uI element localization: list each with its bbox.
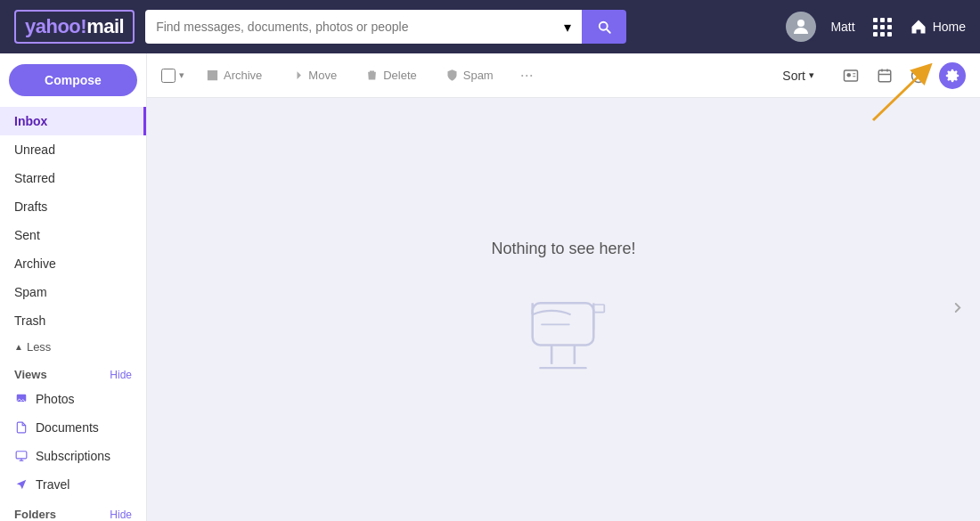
select-all-area: ▾: [161, 69, 184, 83]
svg-rect-14: [594, 305, 605, 313]
gear-icon: [945, 69, 960, 83]
folders-label: Folders: [14, 508, 56, 521]
search-button[interactable]: [582, 10, 626, 44]
empty-state: Nothing to see here!: [491, 240, 635, 379]
sort-button[interactable]: Sort ▾: [773, 65, 823, 86]
toolbar-icons-group: [837, 62, 966, 89]
photos-label: Photos: [36, 392, 75, 406]
delete-button[interactable]: Delete: [358, 65, 424, 85]
move-button[interactable]: Move: [283, 65, 344, 85]
less-toggle[interactable]: ▲ Less: [0, 335, 146, 359]
sidebar: Compose Inbox Unread Starred Drafts Sent…: [0, 53, 147, 521]
sidebar-item-spam[interactable]: Spam: [0, 278, 146, 306]
settings-icon-button[interactable]: [939, 62, 966, 89]
move-label: Move: [308, 69, 337, 82]
svg-rect-5: [845, 70, 858, 81]
sidebar-item-travel[interactable]: Travel: [0, 470, 146, 499]
avatar[interactable]: [786, 12, 816, 42]
chevron-down-icon[interactable]: ▾: [564, 19, 571, 36]
home-icon: [910, 18, 927, 36]
more-actions-button[interactable]: ···: [515, 64, 539, 86]
calendar-icon-button[interactable]: [871, 62, 898, 89]
archive-label: Archive: [14, 256, 56, 271]
select-all-checkbox[interactable]: [161, 69, 176, 83]
travel-icon: [14, 477, 29, 492]
help-icon: [911, 68, 927, 84]
sidebar-item-subscriptions[interactable]: Subscriptions: [0, 442, 146, 470]
archive-button[interactable]: Archive: [199, 65, 269, 85]
empty-state-message: Nothing to see here!: [491, 240, 635, 258]
help-icon-button[interactable]: [905, 62, 932, 89]
sidebar-item-unread[interactable]: Unread: [0, 135, 146, 164]
starred-label: Starred: [14, 171, 55, 185]
apps-grid-icon[interactable]: [870, 14, 895, 40]
svg-rect-2: [16, 452, 27, 459]
empty-mailbox-illustration: [510, 273, 617, 379]
header-right: Matt Home: [786, 12, 966, 42]
search-icon: [596, 19, 612, 35]
trash-label: Trash: [14, 313, 45, 328]
sort-chevron-icon: ▾: [809, 69, 814, 81]
sort-label: Sort: [782, 69, 805, 83]
toolbar: ▾ Archive Move Delete Spam ··· Sor: [147, 53, 980, 98]
move-icon: [290, 69, 304, 82]
less-label: Less: [27, 340, 51, 354]
documents-label: Documents: [36, 420, 99, 435]
sidebar-item-starred[interactable]: Starred: [0, 164, 146, 192]
chevron-right-icon: [950, 299, 966, 315]
spam-icon: [445, 69, 459, 82]
svg-point-6: [847, 73, 852, 77]
sidebar-item-trash[interactable]: Trash: [0, 306, 146, 335]
chevron-up-icon: ▲: [14, 342, 23, 352]
contact-card-icon-button[interactable]: [837, 62, 864, 89]
compose-button[interactable]: Compose: [9, 64, 137, 96]
home-label: Home: [933, 20, 966, 34]
inbox-label: Inbox: [14, 114, 47, 128]
app-body: Compose Inbox Unread Starred Drafts Sent…: [0, 53, 980, 521]
svg-point-0: [797, 20, 804, 27]
folders-hide-link[interactable]: Hide: [110, 509, 132, 521]
sidebar-item-sent[interactable]: Sent: [0, 221, 146, 249]
sidebar-item-documents[interactable]: Documents: [0, 413, 146, 442]
subscriptions-label: Subscriptions: [36, 449, 110, 463]
search-input-wrap: ▾: [145, 10, 582, 44]
email-list-area: Nothing to see here!: [147, 98, 980, 521]
delete-icon: [365, 69, 379, 82]
sidebar-item-inbox[interactable]: Inbox: [0, 107, 146, 135]
sent-label: Sent: [14, 228, 40, 242]
spam-label: Spam: [463, 69, 494, 82]
views-hide-link[interactable]: Hide: [110, 369, 132, 381]
search-input[interactable]: [156, 20, 557, 34]
drafts-label: Drafts: [14, 199, 47, 214]
folders-section-header: Folders Hide: [0, 499, 146, 521]
calendar-icon: [877, 68, 893, 84]
expand-panel-button[interactable]: [950, 299, 966, 320]
svg-rect-7: [878, 70, 891, 82]
avatar-icon: [790, 16, 812, 37]
logo[interactable]: yahoo!mail: [14, 10, 135, 44]
home-button[interactable]: Home: [910, 18, 966, 36]
unread-label: Unread: [14, 142, 55, 157]
travel-label: Travel: [36, 477, 69, 492]
sidebar-item-drafts[interactable]: Drafts: [0, 192, 146, 221]
spam-label: Spam: [14, 285, 47, 299]
documents-icon: [14, 420, 29, 435]
main-content: ▾ Archive Move Delete Spam ··· Sor: [147, 53, 980, 521]
archive-icon: [206, 69, 219, 82]
contact-card-icon: [843, 68, 859, 84]
photos-icon: [14, 392, 29, 406]
views-label: Views: [14, 368, 47, 381]
checkbox-chevron-icon[interactable]: ▾: [179, 69, 184, 81]
username-label: Matt: [830, 20, 854, 34]
views-section-header: Views Hide: [0, 359, 146, 385]
archive-label: Archive: [224, 69, 262, 82]
search-group: ▾: [145, 10, 626, 44]
delete-label: Delete: [383, 69, 417, 82]
header: yahoo!mail ▾ Matt Home: [0, 0, 980, 53]
sidebar-item-photos[interactable]: Photos: [0, 385, 146, 413]
subscriptions-icon: [14, 449, 29, 463]
spam-button[interactable]: Spam: [438, 65, 501, 85]
sidebar-item-archive[interactable]: Archive: [0, 249, 146, 278]
